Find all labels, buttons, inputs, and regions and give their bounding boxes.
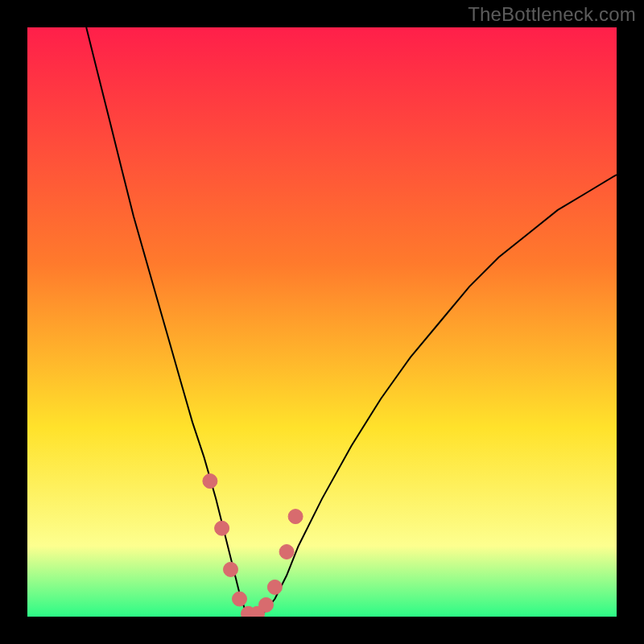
marker-point: [267, 580, 282, 594]
chart-svg: [27, 27, 617, 617]
marker-point: [224, 562, 238, 576]
gradient-background: [27, 27, 617, 617]
chart-frame: TheBottleneck.com: [0, 0, 644, 644]
marker-point: [259, 597, 274, 612]
marker-point: [203, 474, 217, 489]
watermark-text: TheBottleneck.com: [468, 3, 636, 26]
marker-point: [233, 592, 247, 606]
marker-point: [215, 521, 229, 535]
plot-area: [27, 27, 617, 617]
marker-point: [279, 545, 294, 559]
marker-point: [288, 510, 303, 524]
